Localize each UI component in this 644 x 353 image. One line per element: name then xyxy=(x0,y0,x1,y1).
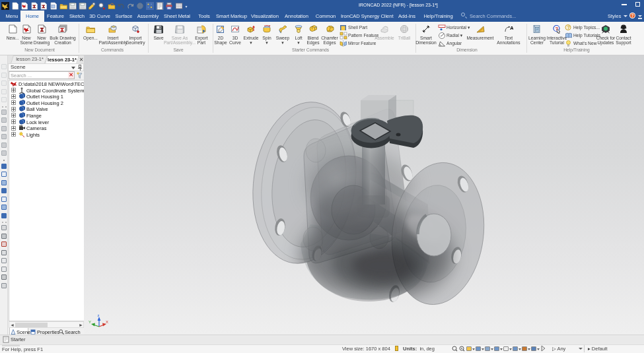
svg-text:X: X xyxy=(106,320,108,324)
svg-text:Y: Y xyxy=(89,320,91,324)
svg-text:A: A xyxy=(510,25,513,31)
svg-text:z: z xyxy=(98,313,100,317)
svg-text:?: ? xyxy=(567,25,569,30)
